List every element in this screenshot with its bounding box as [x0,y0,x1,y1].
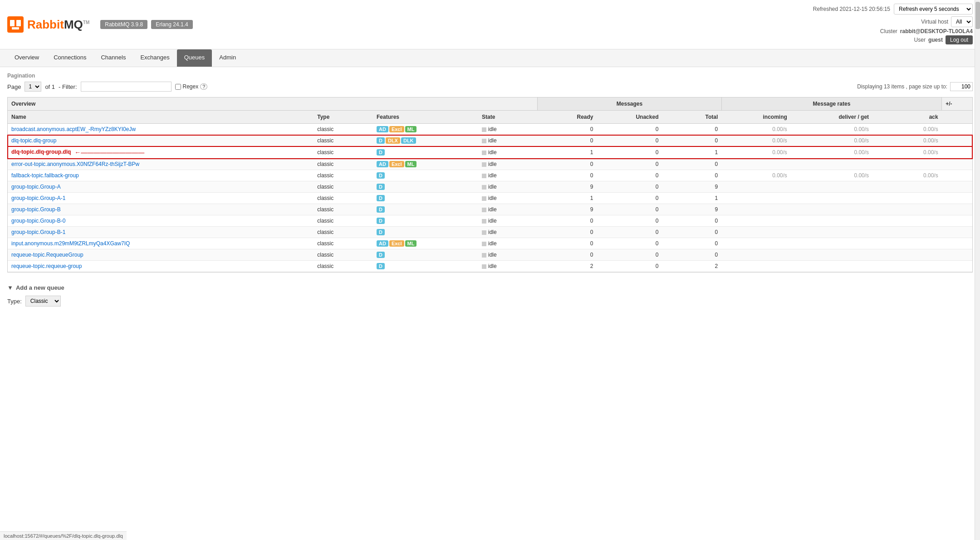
queue-name-link[interactable]: broadcast.anonymous.acptEW_-RmyYZz8KYI0e… [11,126,136,132]
queue-features: D [373,261,478,272]
state-indicator-icon [482,196,486,201]
queue-name-link[interactable]: group-topic.Group-B [11,206,61,213]
rabbitmq-version-badge: RabbitMQ 3.9.8 [100,20,147,29]
type-label: Type: [7,298,22,305]
nav-item-channels[interactable]: Channels [93,49,133,67]
nav-item-queues[interactable]: Queues [177,49,212,67]
queue-type: classic [314,215,373,227]
state-indicator-icon [482,185,486,190]
queue-ack [872,249,942,261]
queue-type: classic [314,204,373,215]
queue-total: 1 [662,146,721,159]
state-indicator-icon [482,151,486,155]
queue-incoming: 0.00/s [721,146,791,159]
logo-rabbit: Rabbit [27,18,64,31]
refresh-select[interactable]: Refresh every 5 seconds Refresh every 10… [894,4,973,15]
queue-name-link[interactable]: error-out-topic.anonymous.X0NfZF64Rz-thS… [11,161,139,167]
queue-state: idle [478,215,538,227]
queue-type: classic [314,227,373,238]
messages-group-header: Messages [538,97,722,111]
col-header-type: Type [314,111,373,124]
queue-name-link[interactable]: dlq-topic.dlq-group.dlq [11,149,71,155]
queue-ack: 0.00/s [872,170,942,181]
type-select[interactable]: Classic Quorum [25,296,61,306]
queue-unacked: 0 [597,204,662,215]
queue-name-link[interactable]: group-topic.Group-B-1 [11,229,65,235]
queue-unacked: 0 [597,181,662,193]
message-rates-group-header: Message rates [721,97,941,111]
filter-input[interactable] [81,82,172,92]
queue-type: classic [314,261,373,272]
queue-features: D [373,146,478,159]
scrollbar-track[interactable] [975,0,980,316]
state-indicator-icon [482,127,486,132]
page-size-input[interactable] [950,82,973,91]
queue-ready: 9 [538,181,597,193]
queue-name-link[interactable]: requeue-topic.RequeueGroup [11,252,83,258]
feature-tag: DLK [401,137,416,144]
plus-minus-header[interactable]: +/- [942,97,972,111]
logo-mq: MQ [64,18,83,31]
queue-incoming [721,261,791,272]
queue-state: idle [478,124,538,135]
feature-tag: D [377,229,385,235]
svg-rect-0 [7,16,24,33]
queue-name-link[interactable]: dlq-topic.dlq-group [11,137,56,144]
queue-features: D [373,170,478,181]
queue-extra [942,249,972,261]
scrollbar-thumb[interactable] [975,2,980,29]
feature-tag: ML [405,161,417,167]
display-info: Displaying 13 items , page size up to: [857,82,973,91]
state-indicator-icon [482,242,486,246]
queue-type: classic [314,249,373,261]
feature-tag: ML [405,126,417,132]
vhost-select[interactable]: All / [951,16,973,27]
queue-ready: 0 [538,170,597,181]
col-header-unacked: Unacked [597,111,662,124]
nav-item-overview[interactable]: Overview [7,49,46,67]
nav-item-connections[interactable]: Connections [46,49,93,67]
queue-incoming [721,249,791,261]
regex-help[interactable]: ? [200,83,207,90]
queue-type: classic [314,181,373,193]
rabbitmq-logo-icon [7,16,24,33]
feature-tag: ML [405,240,417,247]
regex-label[interactable]: Regex ? [175,83,208,90]
queue-name-link[interactable]: group-topic.Group-A [11,184,61,190]
queue-deliver-get [791,193,872,204]
queue-unacked: 0 [597,227,662,238]
table-row: fallback-topic.fallback-groupclassicDidl… [8,170,972,181]
queue-extra [942,135,972,146]
regex-checkbox[interactable] [175,84,181,90]
queue-name-link[interactable]: requeue-topic.requeue-group [11,263,82,269]
logout-button[interactable]: Log out [946,35,973,44]
add-queue-label: Add a new queue [16,284,64,291]
queue-deliver-get: 0.00/s [791,124,872,135]
queue-unacked: 0 [597,170,662,181]
queue-ack [872,204,942,215]
queue-ready: 0 [538,124,597,135]
queue-features: DDLXDLK [373,135,478,146]
queue-deliver-get [791,249,872,261]
table-row: requeue-topic.RequeueGroupclassicDidle00… [8,249,972,261]
queue-incoming [721,159,791,170]
queue-name-link[interactable]: fallback-topic.fallback-group [11,172,79,179]
user-label: User [914,37,926,43]
queue-extra [942,146,972,159]
queue-name-link[interactable]: input.anonymous.m29mM9tZRLmyQa4XGaw7IQ [11,240,130,247]
queue-ack: 0.00/s [872,124,942,135]
page-select[interactable]: 1 [24,82,41,92]
queue-ready: 2 [538,261,597,272]
queue-extra [942,170,972,181]
nav-item-exchanges[interactable]: Exchanges [133,49,176,67]
queue-total: 0 [662,227,721,238]
queue-name-link[interactable]: group-topic.Group-B-0 [11,218,65,224]
feature-tag: D [377,184,385,190]
queue-name-link[interactable]: group-topic.Group-A-1 [11,195,65,201]
queue-extra [942,227,972,238]
nav-item-admin[interactable]: Admin [212,49,243,67]
vhost-row: Virtual host All / [813,16,973,27]
add-queue-toggle[interactable]: ▼ Add a new queue [7,284,973,291]
refresh-row: Refreshed 2021-12-15 20:56:15 Refresh ev… [813,4,973,15]
feature-tag: D [377,137,385,144]
